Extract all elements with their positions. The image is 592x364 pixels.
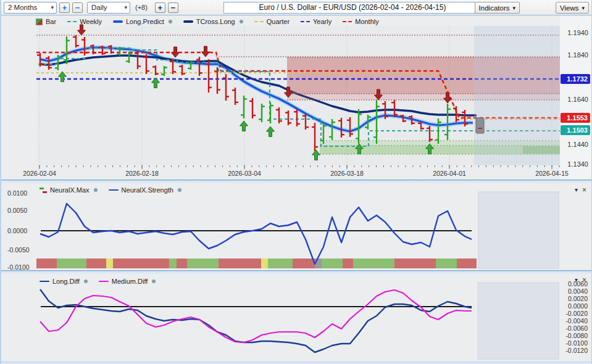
svg-text:1.1732: 1.1732 <box>567 75 588 83</box>
diff-panel-chart: 0.00600.00400.00200.0000-0.0020-0.0040-0… <box>1 273 592 362</box>
axis-label: -0.0050 <box>7 246 30 254</box>
indicators-button-label: Indicators <box>479 4 510 12</box>
x-axis-label: 2026-03-18 <box>330 170 364 177</box>
signal-strip-segment <box>293 259 315 268</box>
symbol-title-field[interactable]: Euro / U.S. Dollar - EUR/USD (2026-02-04… <box>223 2 482 14</box>
axis-label: -0.0080 <box>565 332 588 339</box>
chevron-down-icon: ▾ <box>44 4 54 10</box>
axis-label: -0.0020 <box>565 310 588 317</box>
legend-item-long-predict: Long.Predict <box>113 18 172 25</box>
quarter-series-icon <box>254 21 264 22</box>
signal-strip-segment <box>113 259 169 268</box>
axis-label: 0.0040 <box>568 287 588 295</box>
zoom-in-button[interactable]: + <box>59 2 70 13</box>
long-diff-options-dot[interactable] <box>84 279 88 283</box>
current-bar-marker[interactable] <box>476 118 484 133</box>
signal-strip-segment <box>86 259 106 268</box>
views-button[interactable]: Views ▾ <box>556 2 589 14</box>
x-axis-label: 2026-02-04 <box>23 170 56 177</box>
neuralx-panel-close-icon[interactable]: × <box>582 187 586 193</box>
svg-text:1.1503: 1.1503 <box>567 126 588 134</box>
chevron-down-icon: ▾ <box>582 5 585 11</box>
signal-strip <box>36 259 477 268</box>
medium-diff-series-label: Medium.Diff <box>112 278 148 285</box>
extra-bars-hint: (+8) <box>133 4 150 11</box>
signal-strip-segment <box>353 259 394 268</box>
x-axis-label: 2026-02-18 <box>125 170 159 177</box>
axis-label: 0.0000 <box>7 227 27 234</box>
x-axis-label: 2026-03-04 <box>228 170 261 177</box>
svg-text:1.1553: 1.1553 <box>567 114 588 122</box>
axis-label: 0.0020 <box>568 295 588 302</box>
monthly-series-label: Monthly <box>355 18 379 25</box>
neuralx-panel-controls: ▾× <box>575 187 586 193</box>
chevron-down-icon: ▾ <box>512 5 515 11</box>
price-axis-label: 1.1640 <box>567 96 588 103</box>
indicators-button[interactable]: Indicators ▾ <box>475 2 520 14</box>
x-axis-label: 2026-04-15 <box>535 170 569 177</box>
price-badge-yearly-price: 1.1732 <box>561 74 590 84</box>
long-diff-series-icon <box>40 281 49 283</box>
neuralx-max-options-dot[interactable] <box>94 188 98 192</box>
neuralx-strength-options-dot[interactable] <box>178 188 181 192</box>
price-axis-label: 1.1840 <box>567 51 588 59</box>
signal-strip-segment <box>169 259 177 268</box>
zoom-out-button[interactable]: − <box>72 2 83 13</box>
axis-label: -0.0100 <box>7 263 30 270</box>
price-axis-label: 1.1940 <box>567 29 588 36</box>
neuralx-strength-series-label: NeuralX.Strength <box>122 186 173 194</box>
signal-strip-segment <box>261 259 268 268</box>
price-axis-label: 1.1440 <box>567 141 588 148</box>
price-badge-weekly-price: 1.1503 <box>561 125 590 135</box>
axis-label: -0.0040 <box>565 317 588 325</box>
bar-series-icon <box>36 19 43 25</box>
views-button-label: Views <box>560 4 578 12</box>
tcross-long-options-dot[interactable] <box>240 20 243 23</box>
long-predict-options-dot[interactable] <box>169 20 172 23</box>
chevron-down-icon: ▾ <box>118 4 127 10</box>
main-price-chart: 2026-02-042026-02-182026-03-042026-03-18… <box>1 16 592 180</box>
future-zone-box <box>478 192 559 268</box>
add-bars-button[interactable]: + <box>155 2 165 13</box>
diff-axis-labels: 0.00600.00400.00200.0000-0.0020-0.0040-0… <box>565 280 588 354</box>
signal-strip-segment <box>343 259 353 268</box>
diff-panel-legend: Long.DiffMedium.Diff <box>40 277 156 286</box>
diff-panel-close-icon[interactable]: × <box>582 277 586 283</box>
legend-item-monthly: Monthly <box>343 18 379 25</box>
signal-strip-segment <box>322 259 343 268</box>
window-bottom-edge <box>1 362 591 364</box>
main-chart-legend: BarWeeklyLong.PredictTCross.LongQuarterY… <box>36 17 379 26</box>
app-window: 2 Months ▾ + − Daily ▾ (+8) + − Euro / U… <box>0 0 592 364</box>
quarter-series-label: Quarter <box>267 18 290 25</box>
axis-label: 0.0000 <box>568 302 588 310</box>
interval-select-value: Daily <box>91 4 107 11</box>
range-select-value: 2 Months <box>8 4 37 11</box>
neuralx-strength-series-icon <box>109 189 119 191</box>
axis-label: 0.0100 <box>7 189 27 197</box>
axis-label: -0.0120 <box>565 347 588 354</box>
medium-diff-series-icon <box>99 281 109 283</box>
legend-item-bar: Bar <box>36 18 56 25</box>
diff-panel-collapse-icon[interactable]: ▾ <box>575 277 578 283</box>
signal-strip-segment <box>187 259 219 268</box>
remove-bars-button[interactable]: − <box>168 2 178 13</box>
axis-label: -0.0060 <box>565 325 588 332</box>
signal-strip-segment <box>36 259 57 268</box>
legend-item-quarter: Quarter <box>254 18 290 25</box>
signal-strip-segment <box>394 259 436 268</box>
range-select[interactable]: 2 Months ▾ <box>4 2 57 14</box>
neuralx-max-series-label: NeuralX.Max <box>50 186 90 194</box>
price-axis-label: 1.1340 <box>567 160 588 168</box>
axis-label: -0.0100 <box>565 339 588 347</box>
interval-select[interactable]: Daily ▾ <box>87 2 130 14</box>
bar-series-label: Bar <box>46 18 56 25</box>
signal-strip-segment <box>177 259 187 268</box>
toolbar: 2 Months ▾ + − Daily ▾ (+8) + − Euro / U… <box>1 0 591 15</box>
medium-diff-options-dot[interactable] <box>152 279 156 283</box>
neuralx-panel-collapse-icon[interactable]: ▾ <box>575 187 578 193</box>
signal-strip-segment <box>106 259 113 268</box>
legend-item-weekly: Weekly <box>67 18 102 25</box>
long-diff-series-label: Long.Diff <box>52 278 80 285</box>
tcross-long-series-icon <box>183 20 193 23</box>
legend-item-long-diff: Long.Diff <box>40 278 88 285</box>
